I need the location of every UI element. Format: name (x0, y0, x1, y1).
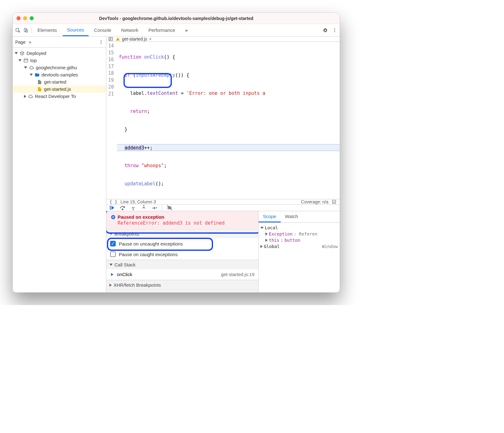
tab-network[interactable]: Network (117, 24, 143, 36)
chevron-right-icon (24, 95, 26, 98)
resume-button[interactable] (109, 205, 115, 211)
svg-point-16 (133, 209, 133, 210)
svg-point-8 (101, 43, 102, 44)
tree-label: get-started.js (44, 86, 71, 92)
deactivate-breakpoints-button[interactable] (167, 205, 173, 211)
zoom-window-button[interactable] (30, 16, 34, 20)
chevron-down-icon (109, 264, 113, 266)
document-icon (37, 80, 42, 85)
scope-local[interactable]: Local (260, 225, 338, 231)
svg-rect-14 (110, 206, 111, 210)
device-toolbar-icon[interactable] (23, 28, 28, 33)
navigator-tab-page[interactable]: Page (15, 40, 26, 45)
kebab-menu-icon[interactable] (99, 40, 104, 45)
checkbox-unchecked-icon[interactable] (110, 251, 116, 257)
kebab-menu-icon[interactable] (332, 28, 337, 33)
minimize-window-button[interactable] (23, 16, 27, 20)
tree-node-top[interactable]: top (13, 57, 106, 64)
divider (162, 205, 162, 211)
xhr-breakpoints-header[interactable]: XHR/fetch Breakpoints (106, 280, 258, 289)
tab-performance[interactable]: Performance (144, 24, 180, 36)
devtools-window: DevTools - googlechrome.github.io/devtoo… (12, 12, 340, 293)
tree-node-origin[interactable]: googlechrome.githu (13, 64, 106, 71)
tab-sources[interactable]: Sources (63, 24, 89, 36)
svg-rect-13 (332, 200, 336, 204)
editor-panel: get-started.js × 1415161718192021 functi… (106, 36, 340, 292)
chevron-down-icon (15, 52, 18, 54)
scope-global[interactable]: GlobalWindow (260, 243, 338, 250)
svg-point-7 (101, 41, 102, 42)
document-icon (37, 87, 42, 92)
chevron-down-icon (30, 74, 33, 76)
svg-rect-1 (24, 28, 27, 32)
navigator-panel: Page » Deployed top (13, 36, 106, 292)
chevron-right-icon (265, 239, 268, 242)
pause-caught-label: Pause on caught exceptions (119, 252, 177, 257)
dom-breakpoints-header[interactable]: DOM Breakpoints (106, 289, 258, 292)
main-panel-tabs: Elements Sources Console Network Perform… (13, 24, 340, 36)
code-content: function onClick() { if (inputsAreEmpty(… (117, 42, 340, 199)
svg-point-3 (334, 28, 335, 29)
pretty-print-icon[interactable]: { } (109, 199, 117, 204)
step-over-button[interactable] (119, 205, 126, 211)
callstack-header[interactable]: Call Stack (106, 260, 258, 269)
tree-label: devtools-samples (41, 72, 78, 77)
tree-node-folder[interactable]: devtools-samples (13, 71, 106, 78)
tree-file-html[interactable]: get-started (13, 78, 106, 85)
file-tree: Deployed top googlechrome.githu devtools… (13, 48, 106, 102)
toggle-navigator-icon[interactable] (108, 36, 113, 41)
cloud-icon (28, 94, 33, 99)
stack-frame[interactable]: onClick get-started.js:19 (106, 269, 258, 280)
navigator-tabs-overflow[interactable]: » (29, 39, 32, 45)
debugger-sidebar: Paused on exception ReferenceError: adde… (106, 211, 259, 292)
tree-label: Deployed (27, 51, 46, 56)
file-tab-label: get-started.js (122, 36, 147, 41)
cube-icon (20, 51, 25, 56)
annotation-highlight (107, 238, 213, 251)
window-title: DevTools - googlechrome.github.io/devtoo… (99, 16, 253, 21)
folder-icon (35, 72, 40, 77)
cursor-position: Line 19, Column 3 (120, 199, 156, 204)
tree-label: get-started (44, 79, 66, 85)
gear-icon[interactable] (323, 28, 328, 33)
tree-label: React Developer To (35, 94, 76, 99)
chevron-down-icon (24, 66, 27, 69)
step-out-button[interactable] (141, 205, 147, 211)
close-tab-icon[interactable]: × (149, 36, 152, 41)
coverage-label: Coverage: n/a (301, 199, 328, 204)
tree-file-js[interactable]: get-started.js (13, 85, 106, 93)
tree-label: top (30, 58, 37, 63)
window-titlebar: DevTools - googlechrome.github.io/devtoo… (13, 13, 340, 24)
inspect-icon[interactable] (15, 28, 20, 33)
scope-exception[interactable]: Exception: Referen (260, 231, 338, 237)
step-button[interactable] (151, 205, 158, 211)
dropdown-icon[interactable] (332, 199, 337, 204)
chevron-right-icon (109, 284, 112, 287)
tab-scope[interactable]: Scope (259, 211, 281, 222)
chevron-right-icon (265, 232, 268, 236)
close-window-button[interactable] (17, 16, 21, 20)
tabs-overflow[interactable]: » (181, 24, 192, 36)
file-tab[interactable]: get-started.js × (116, 36, 152, 41)
line-numbers: 1415161718192021 (106, 42, 117, 199)
step-into-button[interactable] (130, 205, 136, 211)
tab-console[interactable]: Console (90, 24, 116, 36)
debugger-toolbar (106, 205, 340, 211)
tab-elements[interactable]: Elements (33, 24, 61, 36)
tree-node-react[interactable]: React Developer To (13, 93, 106, 100)
svg-point-5 (334, 31, 335, 32)
tree-node-deployed[interactable]: Deployed (13, 50, 106, 57)
tab-watch[interactable]: Watch (281, 211, 303, 222)
current-frame-icon (110, 272, 114, 277)
scope-this[interactable]: this: button (260, 237, 338, 243)
code-editor[interactable]: 1415161718192021 function onClick() { if… (106, 42, 340, 199)
chevron-down-icon (260, 227, 264, 229)
stack-frame-name: onClick (117, 272, 132, 277)
annotation-highlight (106, 211, 259, 234)
annotation-highlight (124, 73, 172, 88)
window-icon (23, 58, 28, 63)
scope-panel: Scope Watch Local Exception: Referen thi… (259, 211, 340, 292)
svg-point-18 (156, 207, 157, 208)
warning-icon (116, 37, 120, 41)
tree-label: googlechrome.githu (36, 65, 77, 70)
